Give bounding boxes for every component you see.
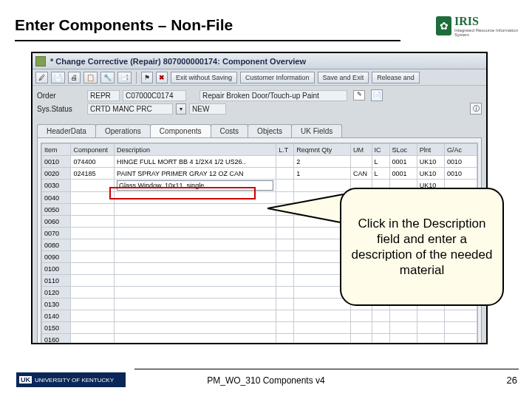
cell-description[interactable] [115,251,276,263]
cell-lt[interactable] [276,251,294,263]
cell-description[interactable] [115,239,276,251]
cell-item[interactable]: 0030 [42,180,71,192]
status-info-icon[interactable]: ⓘ [470,103,482,115]
status-dropdown-icon[interactable]: ▾ [176,103,186,115]
cell-description[interactable]: PAINT SPRAY PRIMER GRAY 12 OZ CAN [115,168,276,180]
cell-item[interactable]: 0050 [42,204,71,216]
cell-component[interactable] [71,275,115,287]
cell-description[interactable] [115,299,276,310]
cell-description[interactable] [115,310,276,322]
cell-item[interactable]: 0120 [42,287,71,299]
cell-gsac[interactable] [445,322,477,334]
cell-sloc[interactable]: 0001 [389,168,417,180]
tab-components[interactable]: Components [150,124,211,137]
cell-item[interactable]: 0110 [42,275,71,287]
cell-lt[interactable] [276,310,294,322]
cell-qty[interactable] [294,322,351,334]
order-extra-icon[interactable]: 📄 [371,89,383,101]
cell-lt[interactable] [276,275,294,287]
cell-component[interactable]: 074400 [71,156,115,168]
cell-qty[interactable] [294,310,351,322]
customer-information-button[interactable]: Customer Information [240,72,315,83]
col-lt[interactable]: L.T [276,144,294,156]
toolbar-icon-1[interactable]: 🖉 [35,72,48,83]
cell-lt[interactable] [276,334,294,345]
cell-lt[interactable] [276,263,294,275]
cell-gsac[interactable] [445,310,477,322]
cell-component[interactable] [71,228,115,239]
cell-component[interactable] [71,287,115,299]
cell-description[interactable] [115,275,276,287]
order-description-field[interactable]: Repair Broken Door/Touch-up Paint [200,90,347,101]
cell-description[interactable] [115,192,276,204]
cell-plnt[interactable]: UK10 [417,156,444,168]
cell-item[interactable]: 0140 [42,310,71,322]
tab-headerdata[interactable]: HeaderData [37,124,96,137]
cell-description[interactable] [115,287,276,299]
cell-component[interactable] [71,251,115,263]
cell-item[interactable]: 0010 [42,156,71,168]
exit-without-saving-button[interactable]: Exit without Saving [171,72,237,83]
cell-component[interactable] [71,239,115,251]
cell-qty[interactable]: 2 [294,156,351,168]
cell-lt[interactable] [276,322,294,334]
tab-objects[interactable]: Objects [248,124,292,137]
cell-plnt[interactable] [417,310,444,322]
cell-lt[interactable] [276,287,294,299]
toolbar-icon-3[interactable]: 🖨 [68,72,81,83]
cell-ic[interactable] [372,310,389,322]
cell-qty[interactable] [294,299,351,310]
cell-item[interactable]: 0060 [42,216,71,228]
cell-item[interactable]: 0160 [42,334,71,345]
col-component[interactable]: Component [71,144,115,156]
cell-item[interactable]: 0100 [42,263,71,275]
cell-ic[interactable]: L [372,168,389,180]
col-plnt[interactable]: Plnt [417,144,444,156]
table-row[interactable]: 0150 [42,322,477,334]
cell-gsac[interactable]: 0010 [445,156,477,168]
cell-um[interactable]: CAN [351,168,372,180]
cell-description[interactable] [115,322,276,334]
table-row[interactable]: 0010074400HINGE FULL MORT BB 4 1/2X4 1/2… [42,156,477,168]
cell-item[interactable]: 0040 [42,192,71,204]
col-um[interactable]: UM [351,144,372,156]
cell-um[interactable] [351,156,372,168]
cell-lt[interactable] [276,156,294,168]
cell-ic[interactable] [372,334,389,345]
cell-item[interactable]: 0090 [42,251,71,263]
cell-component[interactable] [71,310,115,322]
cell-component[interactable] [71,299,115,310]
cell-plnt[interactable] [417,322,444,334]
cell-um[interactable] [351,310,372,322]
toolbar-icon-2[interactable]: 📄 [51,72,65,83]
toolbar-icon-flag[interactable]: ⚑ [141,72,153,83]
cell-component[interactable] [71,180,115,192]
toolbar-cancel-icon[interactable]: ✖ [156,72,168,83]
description-input[interactable] [117,180,273,191]
cell-sloc[interactable] [389,310,417,322]
cell-description[interactable] [115,228,276,239]
table-row[interactable]: 0020024185PAINT SPRAY PRIMER GRAY 12 OZ … [42,168,477,180]
save-and-exit-button[interactable]: Save and Exit [318,72,369,83]
toolbar-icon-4[interactable]: 📋 [83,72,98,83]
cell-component[interactable] [71,216,115,228]
cell-description[interactable] [115,334,276,345]
cell-item[interactable]: 0070 [42,228,71,239]
cell-ic[interactable]: L [372,156,389,168]
cell-lt[interactable] [276,168,294,180]
cell-component[interactable] [71,322,115,334]
cell-description[interactable] [115,216,276,228]
cell-plnt[interactable]: UK10 [417,168,444,180]
table-row[interactable]: 0160 [42,334,477,345]
col-reqqty[interactable]: Reqmnt Qty [294,144,351,156]
cell-qty[interactable] [294,334,351,345]
col-ic[interactable]: IC [372,144,389,156]
col-sloc[interactable]: SLoc [389,144,417,156]
cell-sloc[interactable] [389,322,417,334]
cell-description[interactable] [115,263,276,275]
cell-plnt[interactable] [417,334,444,345]
col-description[interactable]: Description [115,144,276,156]
tab-costs[interactable]: Costs [211,124,249,137]
cell-gsac[interactable] [445,334,477,345]
cell-component[interactable] [71,263,115,275]
